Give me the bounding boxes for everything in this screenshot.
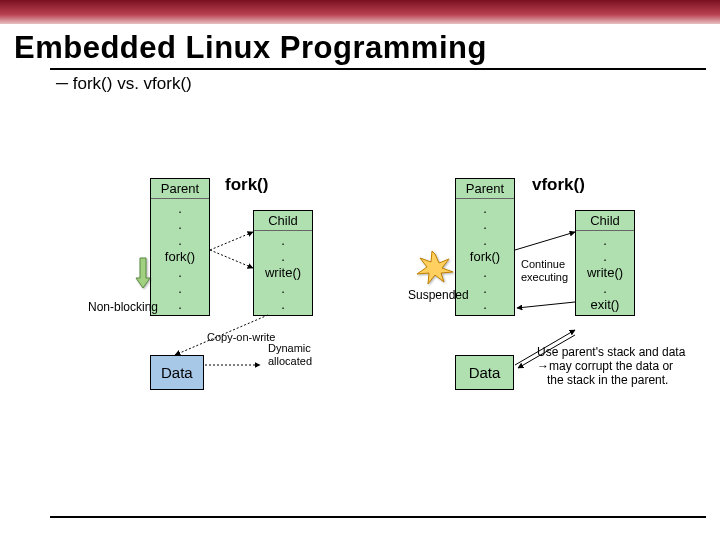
left-parent-box: Parent . . . fork() . . .	[150, 178, 210, 316]
right-title: vfork()	[532, 175, 585, 195]
gradient-header-bar	[0, 0, 720, 24]
left-parent-head: Parent	[151, 179, 209, 199]
left-child-line: .	[254, 297, 312, 313]
left-title: fork()	[225, 175, 268, 195]
right-child-box: Child . . write() . exit()	[575, 210, 635, 316]
right-child-line: exit()	[576, 297, 634, 313]
right-parent-line: .	[456, 201, 514, 217]
left-child-line: .	[254, 233, 312, 249]
right-parent-line: .	[456, 265, 514, 281]
nonblocking-label: Non-blocking	[88, 300, 158, 314]
left-parent-body: . . . fork() . . .	[151, 199, 209, 315]
left-data-box: Data	[150, 355, 204, 390]
left-child-line: write()	[254, 265, 312, 281]
right-parent-line: .	[456, 233, 514, 249]
right-parent-line: fork()	[456, 249, 514, 265]
right-child-head: Child	[576, 211, 634, 231]
right-parent-head: Parent	[456, 179, 514, 199]
dynamic-label: Dynamic allocated	[268, 342, 312, 368]
right-child-body: . . write() . exit()	[576, 231, 634, 315]
right-child-line: .	[576, 233, 634, 249]
svg-line-6	[517, 302, 575, 308]
arrows-overlay	[0, 150, 720, 490]
left-child-head: Child	[254, 211, 312, 231]
svg-line-0	[210, 232, 253, 250]
right-data-box: Data	[455, 355, 514, 390]
left-child-line: .	[254, 249, 312, 265]
left-parent-line: .	[151, 217, 209, 233]
left-child-box: Child . . write() . .	[253, 210, 313, 316]
svg-line-5	[515, 232, 575, 250]
svg-marker-4	[417, 251, 453, 284]
right-parent-line: .	[456, 217, 514, 233]
cow-label: Copy-on-write	[207, 331, 275, 344]
left-parent-line: .	[151, 265, 209, 281]
suspended-label: Suspended	[408, 288, 469, 302]
warn-label: Use parent's stack and data →may corrupt…	[537, 345, 685, 387]
left-parent-line: .	[151, 281, 209, 297]
page-title: Embedded Linux Programming	[0, 24, 720, 68]
right-child-line: write()	[576, 265, 634, 281]
svg-line-1	[210, 250, 253, 268]
left-parent-line: fork()	[151, 249, 209, 265]
left-parent-line: .	[151, 233, 209, 249]
subtitle: ─ fork() vs. vfork()	[0, 70, 720, 94]
right-child-line: .	[576, 249, 634, 265]
left-child-body: . . write() . .	[254, 231, 312, 315]
diagram: fork() Parent . . . fork() . . . Child .…	[0, 150, 720, 490]
left-parent-line: .	[151, 297, 209, 313]
left-child-line: .	[254, 281, 312, 297]
right-child-line: .	[576, 281, 634, 297]
left-parent-line: .	[151, 201, 209, 217]
continue-label: Continue executing	[521, 258, 568, 284]
footer-rule	[50, 516, 706, 518]
